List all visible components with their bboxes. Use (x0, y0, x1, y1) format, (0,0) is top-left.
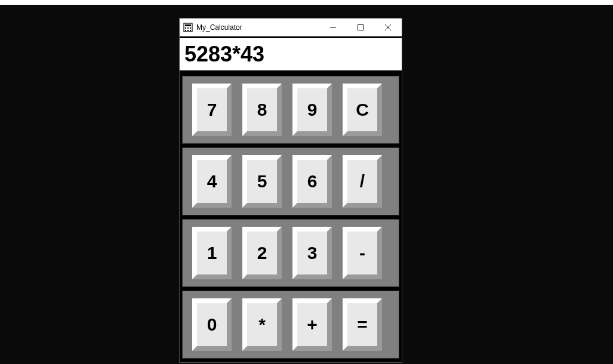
window-title: My_Calculator (196, 23, 242, 32)
titlebar[interactable]: My_Calculator (180, 18, 402, 36)
svg-rect-1 (185, 24, 191, 26)
key-equals[interactable]: = (343, 298, 382, 351)
key-5[interactable]: 5 (242, 155, 282, 208)
browser-top-edge (0, 0, 613, 5)
key-3[interactable]: 3 (292, 227, 332, 279)
svg-rect-9 (358, 25, 364, 30)
calculator-window: My_Calculator 5283*43 7 8 9 C (179, 18, 402, 363)
svg-rect-6 (187, 30, 189, 31)
minimize-icon (330, 24, 336, 30)
svg-rect-5 (185, 30, 186, 31)
key-0[interactable]: 0 (192, 298, 232, 351)
close-icon (385, 24, 391, 30)
display-value: 5283*43 (184, 42, 397, 67)
close-button[interactable] (374, 18, 402, 36)
maximize-icon (358, 24, 364, 30)
key-8[interactable]: 8 (242, 84, 282, 136)
minimize-button[interactable] (319, 18, 347, 36)
key-4[interactable]: 4 (192, 155, 232, 208)
key-6[interactable]: 6 (292, 155, 332, 208)
svg-rect-2 (185, 27, 186, 29)
app-icon (183, 23, 193, 32)
calculator-display: 5283*43 (180, 36, 402, 72)
key-row-3: 1 2 3 - (182, 219, 399, 287)
key-9[interactable]: 9 (292, 84, 332, 136)
maximize-button[interactable] (347, 18, 374, 36)
key-multiply[interactable]: * (242, 298, 282, 351)
key-row-1: 7 8 9 C (182, 76, 399, 144)
key-1[interactable]: 1 (192, 227, 232, 279)
key-clear[interactable]: C (343, 84, 382, 136)
key-2[interactable]: 2 (242, 227, 282, 279)
svg-rect-4 (190, 27, 191, 29)
key-minus[interactable]: - (343, 227, 382, 279)
svg-rect-3 (187, 27, 189, 29)
key-7[interactable]: 7 (192, 84, 232, 136)
keypad: 7 8 9 C 4 5 6 / 1 2 3 - 0 * + = (180, 76, 402, 359)
key-divide[interactable]: / (343, 155, 382, 208)
svg-rect-7 (190, 30, 191, 31)
key-plus[interactable]: + (292, 298, 332, 351)
key-row-2: 4 5 6 / (182, 147, 399, 215)
key-row-4: 0 * + = (182, 291, 399, 359)
